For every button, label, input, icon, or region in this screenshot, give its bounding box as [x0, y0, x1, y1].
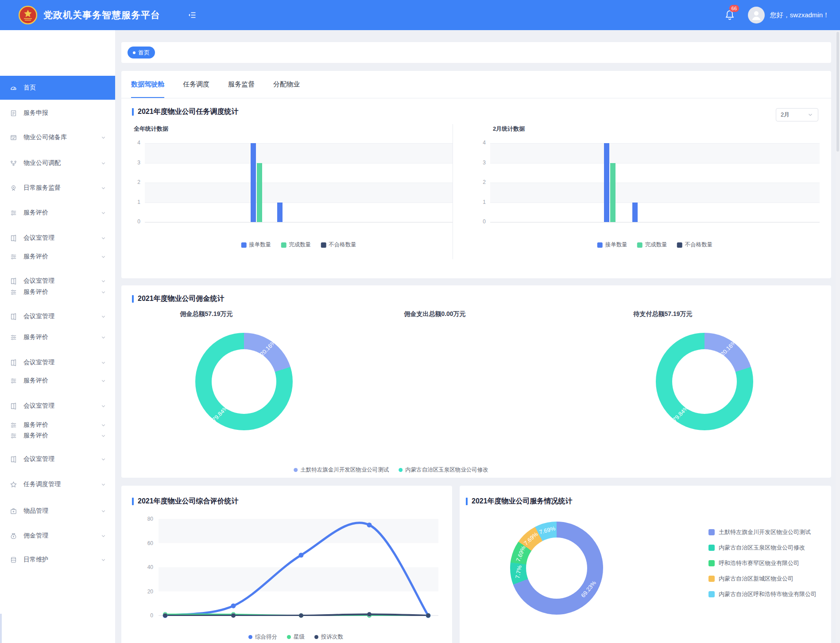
tab-assign-property[interactable]: 分配物业: [273, 71, 300, 98]
door-icon: [10, 313, 17, 320]
legend-item[interactable]: 综合得分: [248, 633, 277, 641]
legend-item[interactable]: 投诉次数: [314, 633, 343, 641]
gridline: [490, 143, 820, 144]
legend-item[interactable]: 呼和浩特市赛罕区物业有限公司: [708, 555, 817, 571]
legend-item[interactable]: 内蒙古自治区呼和浩特市物业有限公司: [708, 586, 817, 602]
sidebar-scrollbar[interactable]: [0, 614, 2, 643]
bar: [604, 143, 609, 222]
sidebar-item[interactable]: 物业公司调配: [0, 154, 115, 172]
scrollbar-thumb[interactable]: [836, 32, 839, 152]
breadcrumb-label: 首页: [138, 49, 150, 57]
chart-subtitle: 2月统计数据: [493, 125, 525, 133]
legend-swatch: [321, 242, 326, 248]
y-axis-label: 0: [126, 218, 140, 225]
gridline: [145, 222, 453, 222]
app-header: 党政机关事务智慧服务平台 66 您好，swzxadmin！: [0, 0, 840, 30]
sidebar-item[interactable]: 会议室管理: [0, 354, 115, 371]
sidebar-item-label: 服务评价: [23, 209, 48, 217]
svg-text:20: 20: [147, 588, 154, 595]
chevron-down-icon: [807, 112, 813, 118]
legend-swatch: [708, 545, 715, 551]
chart-legend: 接单数量完成数量不合格数量: [236, 241, 361, 249]
chevron-down-icon: [101, 456, 106, 462]
sidebar-item[interactable]: 首页: [0, 76, 115, 100]
evaluation-statistics-card: 2021年度物业公司综合评价统计 020406080 综合得分星级投诉次数: [121, 486, 452, 643]
sidebar-item[interactable]: 会议室管理: [0, 450, 115, 468]
legend-item[interactable]: 完成数量: [637, 241, 667, 249]
y-axis-label: 4: [126, 140, 140, 146]
legend-item[interactable]: 不合格数量: [677, 241, 713, 249]
sidebar-item-label: 物品管理: [23, 507, 48, 515]
legend-item[interactable]: 接单数量: [241, 241, 271, 249]
legend-item[interactable]: 星级: [287, 633, 305, 641]
sliders-icon: [10, 334, 17, 341]
donut-hole: [526, 538, 587, 599]
sidebar-item[interactable]: 物业公司储备库: [0, 129, 115, 146]
box-icon: [10, 507, 17, 515]
sidebar-item[interactable]: 佣金管理: [0, 527, 115, 545]
breadcrumb[interactable]: 首页: [128, 47, 155, 58]
legend-label: 土默特左旗金川开发区物业公司测试: [300, 466, 389, 474]
y-axis-label: 4: [472, 140, 486, 146]
month-select[interactable]: 2月: [776, 108, 818, 121]
sidebar-item-label: 服务评价: [23, 377, 48, 385]
tab-data-cockpit[interactable]: 数据驾驶舱: [131, 71, 164, 98]
sidebar-item[interactable]: 物品管理: [0, 502, 115, 520]
gauge-icon: [10, 84, 17, 92]
tab-service-supervision[interactable]: 服务监督: [228, 71, 255, 98]
chevron-down-icon: [101, 210, 106, 216]
tab-task-dispatch[interactable]: 任务调度: [183, 71, 209, 98]
legend-item[interactable]: 完成数量: [281, 241, 311, 249]
sliders-icon: [10, 288, 17, 296]
sidebar-item[interactable]: 服务评价: [0, 427, 115, 444]
sidebar-item[interactable]: 服务评价: [0, 283, 115, 301]
legend-item[interactable]: 内蒙古自治区玉泉区物业公司修改: [399, 466, 488, 474]
chevron-down-icon: [101, 289, 106, 295]
legend-item[interactable]: 内蒙古自治区玉泉区物业公司修改: [708, 540, 817, 555]
page-scrollbar[interactable]: [836, 30, 840, 643]
sliders-icon: [10, 253, 17, 261]
notifications-button[interactable]: 66: [724, 9, 735, 21]
monitor-icon: [10, 184, 17, 192]
legend-item[interactable]: 土默特左旗金川开发区物业公司测试: [294, 466, 389, 474]
service-donut: 69.23%7.7%7.69%7.69%7.69%: [510, 522, 603, 615]
sidebar-item[interactable]: 服务评价: [0, 372, 115, 390]
avatar[interactable]: [748, 7, 765, 23]
sidebar-item[interactable]: 服务评价: [0, 204, 115, 222]
sidebar-item-label: 服务评价: [23, 253, 48, 261]
sidebar-item[interactable]: 服务申报: [0, 104, 115, 122]
menu-fold-icon[interactable]: [188, 11, 197, 19]
sidebar-item-label: 会议室管理: [23, 359, 54, 366]
legend-item[interactable]: 内蒙古自治区新城区物业公司: [708, 571, 817, 586]
chevron-down-icon: [101, 533, 106, 539]
legend-label: 完成数量: [289, 241, 311, 249]
chevron-down-icon: [101, 433, 106, 439]
sidebar-item[interactable]: 日常服务监督: [0, 179, 115, 197]
task-statistics-card: 数据驾驶舱 任务调度 服务监督 分配物业 2021年度物业公司任务调度统计 2月…: [121, 71, 831, 278]
legend-label: 完成数量: [645, 241, 667, 249]
task-chart-year: 全年统计数据43210接单数量完成数量不合格数量: [121, 71, 831, 278]
commission-paid-label: 佣金支出总额0.00万元: [391, 310, 479, 318]
notification-badge: 66: [729, 5, 739, 12]
sidebar-item[interactable]: 任务调度管理: [0, 475, 115, 493]
svg-text:80: 80: [147, 516, 154, 522]
sidebar-item[interactable]: 服务评价: [0, 248, 115, 265]
sidebar-item-label: 服务评价: [23, 333, 48, 341]
legend-label: 内蒙古自治区呼和浩特市物业有限公司: [719, 590, 817, 598]
sidebar-item[interactable]: 服务评价: [0, 328, 115, 346]
legend-item[interactable]: 土默特左旗金川开发区物业公司测试: [708, 524, 817, 540]
bar: [632, 203, 638, 222]
sidebar-item-label: 日常维护: [23, 556, 48, 564]
chart-subtitle: 全年统计数据: [134, 125, 168, 133]
sidebar-item[interactable]: 会议室管理: [0, 308, 115, 325]
sidebar-item[interactable]: 会议室管理: [0, 229, 115, 247]
sidebar-item[interactable]: 日常维护: [0, 551, 115, 569]
legend-item[interactable]: 接单数量: [597, 241, 627, 249]
commission-total-label: 佣金总额57.19万元: [162, 310, 251, 318]
sidebar-item[interactable]: 会议室管理: [0, 397, 115, 415]
svg-text:0: 0: [150, 612, 153, 619]
legend-item[interactable]: 不合格数量: [321, 241, 356, 249]
gridline: [490, 222, 820, 222]
commission-total-donut: 20.16%79.84%: [195, 333, 293, 430]
user-icon: [750, 8, 763, 22]
